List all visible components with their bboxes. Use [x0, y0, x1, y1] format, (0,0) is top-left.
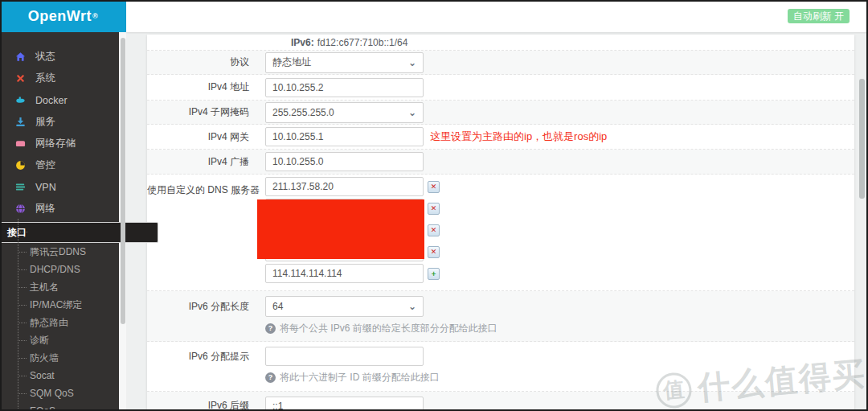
home-icon: [15, 51, 27, 63]
protocol-row: 协议 静态地址 ⌄: [147, 51, 854, 75]
sidebar-scrollbar-thumb[interactable]: [121, 38, 125, 324]
ipv6-suffix-input[interactable]: [265, 397, 424, 411]
sidebar-item-label: 网络: [35, 202, 55, 216]
dns-entry: ＋: [265, 264, 440, 283]
tree-line: [18, 219, 18, 411]
sidebar-item-network[interactable]: 网络: [0, 198, 119, 220]
ipv4-netmask-row: IPv4 子网掩码 255.255.255.0 ⌄: [147, 101, 854, 125]
ipv6-assign-length-label: IPv6 分配长度: [147, 300, 257, 314]
delete-icon: ✕: [431, 226, 437, 234]
help-icon: ?: [265, 323, 276, 334]
ipv6-assign-hint-label: IPv6 分配提示: [147, 350, 257, 364]
ipv6-suffix-row: IPv6 后缀 ? 可选，允许的值：'eui64'、'random' 和其他固定…: [147, 392, 854, 411]
registered-mark: ®: [92, 12, 98, 20]
ipv6-info-row: IPv6: fd12:c677:710b::1/64: [147, 35, 854, 51]
sidebar-item-label: 管控: [35, 158, 55, 172]
add-dns-button[interactable]: ＋: [428, 268, 440, 280]
protocol-select[interactable]: 静态地址 ⌄: [265, 52, 424, 73]
sidebar-item-label: VPN: [35, 182, 56, 193]
ipv4-gateway-row: IPv4 网关 这里设置为主路由的ip，也就是ros的ip: [147, 125, 854, 150]
ipv4-netmask-label: IPv4 子网掩码: [147, 105, 257, 119]
delete-dns-button[interactable]: ✕: [428, 203, 440, 215]
delete-dns-button[interactable]: ✕: [428, 246, 440, 258]
main-scrollbar-thumb[interactable]: [859, 79, 865, 199]
ipv6-assign-length-select[interactable]: 64 ⌄: [265, 296, 424, 317]
gateway-annotation: 这里设置为主路由的ip，也就是ros的ip: [430, 129, 607, 144]
chevron-down-icon: ⌄: [408, 60, 416, 66]
ipv4-address-label: IPv4 地址: [147, 80, 257, 94]
ipv6-assign-length-hint: ? 将每个公共 IPv6 前缀的给定长度部分分配给此接口: [265, 322, 854, 335]
sidebar-item-vpn[interactable]: VPN: [0, 176, 119, 198]
redaction-overlay: [257, 199, 424, 259]
dns-servers-label: 使用自定义的 DNS 服务器: [147, 177, 257, 197]
sidebar-item-label: 系统: [35, 72, 55, 85]
brand-name: OpenWrt: [28, 8, 92, 25]
ipv6-info-label: IPv6:: [291, 37, 314, 48]
tools-icon: [15, 73, 27, 84]
dns-server-input[interactable]: [265, 177, 424, 196]
ipv4-broadcast-row: IPv4 广播: [147, 150, 854, 175]
ipv6-assign-length-row: IPv6 分配长度 64 ⌄ ? 将每个公共 IPv6 前缀的给定长度部分分配给…: [147, 291, 854, 342]
download-icon: [15, 117, 27, 128]
interface-form-card: IPv6: fd12:c677:710b::1/64 协议 静态地址 ⌄ IPv…: [147, 35, 854, 411]
ipv4-gateway-label: IPv4 网关: [147, 130, 257, 144]
delete-dns-button[interactable]: ✕: [428, 181, 440, 193]
delete-dns-button[interactable]: ✕: [428, 224, 440, 236]
add-icon: ＋: [430, 269, 437, 279]
sidebar-item-system[interactable]: 系统: [0, 68, 119, 89]
lines-icon: [15, 182, 27, 193]
sidebar-item-label: 网络存储: [35, 137, 76, 150]
protocol-label: 协议: [147, 55, 257, 69]
sidebar-item-docker[interactable]: Docker: [0, 89, 119, 111]
auto-refresh-button[interactable]: 自动刷新 开: [788, 9, 850, 23]
main-content: IPv6: fd12:c677:710b::1/64 协议 静态地址 ⌄ IPv…: [126, 32, 868, 411]
storage-icon: [15, 138, 27, 150]
dns-entry: ✕: [265, 177, 440, 196]
sidebar-item-interfaces[interactable]: 接口: [0, 222, 158, 243]
delete-icon: ✕: [431, 248, 437, 256]
dns-server-input[interactable]: [265, 264, 424, 283]
ipv6-assign-hint-input[interactable]: [265, 347, 424, 366]
delete-icon: ✕: [431, 183, 437, 191]
network-submenu: 接口 腾讯云DDNS DHCP/DNS 主机名 IP/MAC绑定 静态路由 诊断…: [0, 222, 119, 411]
whale-icon: [15, 95, 27, 106]
sidebar-item-control[interactable]: 管控: [0, 154, 119, 176]
top-bar: 自动刷新 开: [126, 0, 868, 32]
sidebar-item-services[interactable]: 服务: [0, 111, 119, 133]
app-logo[interactable]: OpenWrt®: [0, 0, 126, 32]
ipv6-assign-hint-row: IPv6 分配提示 ? 将此十六进制子 ID 前缀分配给此接口: [147, 342, 854, 391]
ipv6-suffix-label: IPv6 后缀: [147, 399, 257, 411]
ipv4-broadcast-label: IPv4 广播: [147, 155, 257, 169]
ipv4-broadcast-input[interactable]: [265, 152, 424, 171]
sidebar-item-label: 状态: [35, 50, 55, 64]
ipv4-gateway-input[interactable]: [265, 127, 424, 146]
sidebar-item-label: 服务: [35, 115, 55, 129]
chevron-down-icon: ⌄: [408, 303, 416, 310]
sidebar-item-label: Docker: [35, 95, 68, 106]
ipv4-address-row: IPv4 地址: [147, 75, 854, 101]
ipv6-info-value: fd12:c677:710b::1/64: [317, 37, 408, 48]
globe-icon: [15, 203, 27, 215]
ipv4-address-input[interactable]: [265, 78, 424, 97]
delete-icon: ✕: [431, 204, 437, 212]
chevron-down-icon: ⌄: [408, 109, 416, 116]
help-icon: ?: [265, 372, 276, 383]
pie-icon: [15, 160, 27, 171]
sidebar-item-storage[interactable]: 网络存储: [0, 133, 119, 154]
sidebar-item-status[interactable]: 状态: [0, 46, 119, 68]
sidebar: 状态 系统 Docker 服务 网络存储 管控 VPN: [0, 32, 119, 411]
dns-servers-row: 使用自定义的 DNS 服务器 ✕ ✕ ✕ ✕: [147, 175, 854, 291]
ipv6-assign-hint-hint: ? 将此十六进制子 ID 前缀分配给此接口: [265, 371, 854, 384]
ipv4-netmask-select[interactable]: 255.255.255.0 ⌄: [265, 102, 424, 123]
dns-server-list: ✕ ✕ ✕ ✕ ＋: [265, 177, 440, 286]
